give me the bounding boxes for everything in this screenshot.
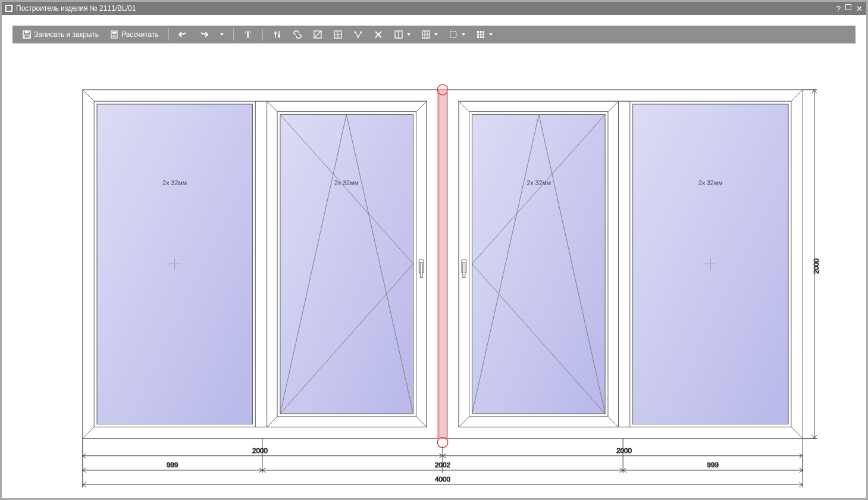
drawing-canvas[interactable]: 2x 32мм <box>12 49 856 488</box>
svg-rect-32 <box>477 31 479 33</box>
redo-button[interactable] <box>195 27 212 42</box>
svg-rect-76 <box>472 114 605 414</box>
svg-rect-36 <box>480 34 481 36</box>
dim-bot-right-label: 999 <box>707 461 719 468</box>
panel-left-button[interactable] <box>309 27 326 42</box>
calculator-icon <box>109 30 119 39</box>
content-area: Записать и закрыть Рассчитать <box>2 15 866 498</box>
svg-rect-82 <box>463 262 465 277</box>
delete-button[interactable] <box>370 27 387 42</box>
svg-rect-55 <box>280 114 413 414</box>
pane-3-label: 2x 32мм <box>527 179 551 186</box>
svg-rect-4 <box>112 32 117 34</box>
svg-rect-38 <box>477 36 479 38</box>
undo-icon <box>178 30 188 39</box>
sliders-icon <box>272 30 282 39</box>
settings-button[interactable] <box>269 27 286 42</box>
svg-point-8 <box>112 36 114 38</box>
title-bar: Построитель изделия № 2111/BL/01 ? ✕ <box>2 2 866 15</box>
pane-1-fixed[interactable]: 2x 32мм <box>97 104 252 424</box>
pane-2-sash[interactable]: 2x 32мм <box>267 101 427 427</box>
svg-point-9 <box>114 36 115 38</box>
svg-rect-39 <box>480 36 481 38</box>
dim-bot-left-label: 999 <box>167 461 178 468</box>
grid2-icon <box>421 30 431 39</box>
calculate-button[interactable]: Рассчитать <box>106 27 162 42</box>
grid-button[interactable] <box>330 27 346 42</box>
dim-height[interactable]: 2000 <box>803 90 820 439</box>
dim-row-3[interactable]: 4000 <box>83 473 803 488</box>
svg-rect-1 <box>25 31 29 33</box>
pane-4-label: 2x 32мм <box>698 179 723 186</box>
grid-icon <box>333 30 343 39</box>
link-button[interactable] <box>289 27 306 42</box>
split-icon <box>394 30 403 39</box>
svg-point-14 <box>278 35 280 37</box>
panel-left-icon <box>313 30 322 39</box>
dim-total-label: 4000 <box>435 475 450 483</box>
grid2-button[interactable] <box>418 27 441 42</box>
window-title: Построитель изделия № 2111/BL/01 <box>16 4 136 12</box>
select-icon <box>449 30 458 39</box>
right-frame-unit[interactable]: 2x 32мм 2x 32мм <box>447 90 803 439</box>
dim-top-right-label: 2000 <box>616 446 632 454</box>
pane-2-label: 2x 32мм <box>334 179 359 186</box>
save-icon <box>22 30 32 39</box>
svg-rect-31 <box>450 32 456 38</box>
pane-1-label: 2x 32мм <box>162 179 187 186</box>
select-button[interactable] <box>445 27 469 42</box>
apps-icon <box>476 30 485 39</box>
pane-4-fixed[interactable]: 2x 32мм <box>633 104 788 424</box>
close-button[interactable]: ✕ <box>856 4 863 13</box>
redo-dropdown[interactable] <box>215 27 227 42</box>
svg-rect-61 <box>420 262 422 277</box>
dim-top-left-label: 2000 <box>252 446 268 454</box>
svg-rect-40 <box>482 36 484 38</box>
minimize-button[interactable] <box>845 4 851 10</box>
svg-rect-35 <box>477 34 479 36</box>
app-frame: Построитель изделия № 2111/BL/01 ? ✕ Зап… <box>0 0 868 500</box>
save-close-button[interactable]: Записать и закрыть <box>18 27 102 42</box>
help-button[interactable]: ? <box>836 4 841 13</box>
svg-point-7 <box>115 35 116 36</box>
window-icon <box>5 5 12 12</box>
connector-gap[interactable] <box>437 85 447 448</box>
svg-point-6 <box>114 35 115 36</box>
svg-rect-34 <box>482 31 484 33</box>
svg-point-5 <box>112 35 114 36</box>
link-icon <box>293 30 302 39</box>
undo-button[interactable] <box>175 27 192 42</box>
svg-point-10 <box>115 36 116 38</box>
save-close-label: Записать и закрыть <box>34 30 99 39</box>
svg-line-16 <box>315 32 321 38</box>
text-icon: T <box>243 30 253 39</box>
redo-icon <box>199 30 208 39</box>
svg-rect-37 <box>482 34 484 36</box>
dim-bot-mid-label: 2002 <box>435 461 450 468</box>
x-icon <box>374 30 383 39</box>
connector-icon <box>353 30 363 39</box>
apps-button[interactable] <box>472 27 496 42</box>
calculate-label: Рассчитать <box>121 30 159 39</box>
pane-3-sash[interactable]: 2x 32мм <box>459 101 618 427</box>
dim-height-label: 2000 <box>812 258 820 274</box>
svg-rect-45 <box>255 101 267 427</box>
left-frame-unit[interactable]: 2x 32мм <box>83 90 438 439</box>
svg-rect-69 <box>618 101 629 427</box>
svg-point-13 <box>274 32 277 35</box>
svg-rect-33 <box>480 31 481 33</box>
connector-button[interactable] <box>350 27 366 42</box>
toolbar: Записать и закрыть Рассчитать <box>12 26 856 43</box>
split-button[interactable] <box>390 27 414 42</box>
text-tool-button[interactable]: T <box>240 27 256 42</box>
